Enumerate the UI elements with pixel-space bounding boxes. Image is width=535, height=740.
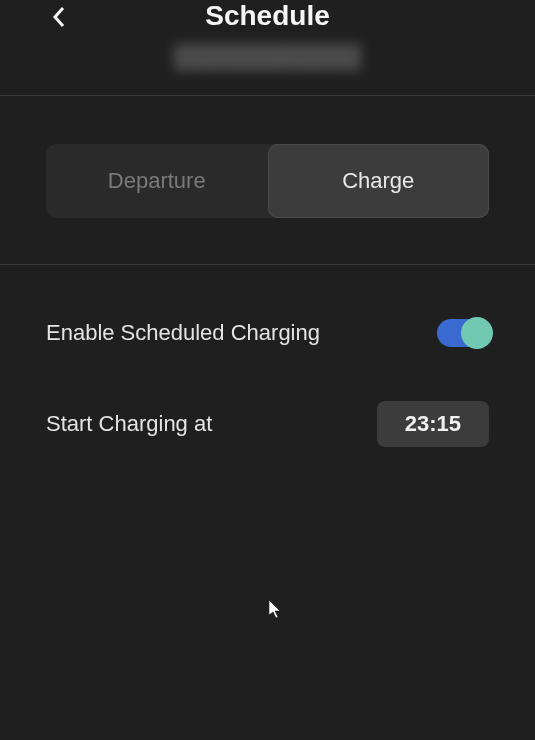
start-charging-time[interactable]: 23:15 — [377, 401, 489, 447]
tabs-container: Departure Charge — [46, 144, 489, 218]
start-charging-row: Start Charging at 23:15 — [46, 401, 489, 447]
chevron-left-icon — [51, 5, 67, 29]
header: Schedule ████████████ — [0, 0, 535, 96]
toggle-knob — [461, 317, 493, 349]
page-title: Schedule — [205, 0, 329, 32]
tabs-section: Departure Charge — [0, 96, 535, 265]
back-button[interactable] — [44, 2, 74, 32]
tab-charge-label: Charge — [342, 168, 414, 194]
tab-departure[interactable]: Departure — [46, 144, 268, 218]
tab-departure-label: Departure — [108, 168, 206, 194]
tab-charge[interactable]: Charge — [268, 144, 490, 218]
enable-scheduled-charging-row: Enable Scheduled Charging — [46, 319, 489, 347]
enable-scheduled-charging-toggle[interactable] — [437, 319, 489, 347]
content: Enable Scheduled Charging Start Charging… — [0, 265, 535, 447]
cursor-icon — [269, 600, 283, 624]
page-subtitle: ████████████ — [174, 44, 361, 70]
start-charging-label: Start Charging at — [46, 411, 212, 437]
enable-scheduled-charging-label: Enable Scheduled Charging — [46, 320, 320, 346]
